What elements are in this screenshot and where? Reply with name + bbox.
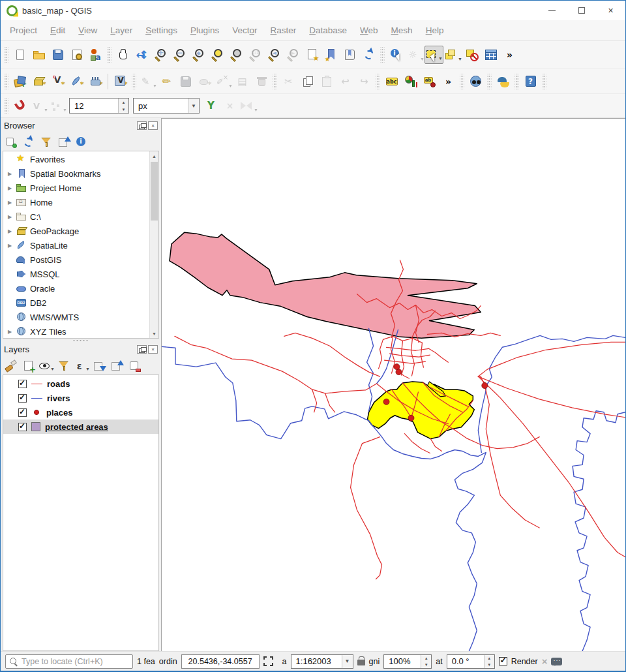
scroll-thumb[interactable] [151, 162, 158, 221]
toolbar-overflow[interactable]: » [500, 46, 519, 64]
redo[interactable]: ↪ [355, 72, 374, 91]
add-group[interactable] [20, 358, 37, 374]
dropdown-arrow-icon[interactable]: ▼ [254, 108, 258, 115]
browser-item-geopackage[interactable]: ▶ GeoPackage [3, 224, 149, 238]
expand-arrow-icon[interactable]: ▶ [7, 200, 13, 206]
scroll-up-icon[interactable]: ▲ [150, 151, 158, 160]
layers-float-button[interactable] [137, 345, 147, 354]
browser-item-wms-wmts[interactable]: ▶ WMS/WMTS [3, 310, 149, 324]
coordinate-input[interactable]: 20.5436,-34.0557 [181, 654, 260, 669]
scale-combo[interactable]: 1:162003 ▼ [291, 654, 353, 669]
locator-search-input[interactable]: Type to locate (Ctrl+K) [5, 654, 133, 669]
new-virtual-layer[interactable]: * [111, 72, 130, 91]
dropdown-arrow-icon[interactable]: ▼ [44, 108, 48, 115]
enable-tracing[interactable]: Y [201, 97, 220, 115]
snapping-mode[interactable]: V▼ [29, 97, 48, 115]
new-project[interactable] [10, 46, 29, 64]
open-project[interactable] [29, 46, 48, 64]
show-spatial-bookmarks[interactable] [321, 46, 340, 64]
save-project[interactable] [48, 46, 67, 64]
delete-selected[interactable] [252, 72, 271, 91]
render-checkbox[interactable] [499, 657, 507, 665]
snapping-units-combo[interactable]: px ▼ [133, 98, 200, 114]
filter-by-expression[interactable]: ε▼ [73, 358, 90, 374]
layer-checkbox[interactable] [18, 408, 27, 417]
menu-database[interactable]: Database [303, 25, 353, 35]
scroll-down-icon[interactable]: ▼ [150, 329, 158, 338]
browser-properties[interactable] [73, 134, 90, 150]
style-manager[interactable]: a [86, 46, 105, 64]
snap-on-intersection[interactable]: × [220, 97, 239, 115]
menu-help[interactable]: Help [419, 25, 451, 35]
dropdown-arrow-icon[interactable]: ▼ [85, 367, 90, 374]
layer-checkbox[interactable] [18, 380, 27, 388]
deselect-features[interactable] [462, 46, 481, 64]
layer-places[interactable]: places [3, 405, 158, 420]
snapping-tolerance-spinner[interactable]: 12 ▲▼ [69, 98, 129, 114]
layer-rivers[interactable]: rivers [3, 391, 158, 405]
new-temporary-scratch-layer[interactable]: * [86, 72, 105, 91]
metasearch[interactable] [466, 72, 485, 91]
self-snapping[interactable]: ▼ [239, 97, 258, 115]
menu-view[interactable]: View [72, 25, 104, 35]
expand-all[interactable] [91, 358, 108, 374]
dropdown-arrow-icon[interactable]: ▼ [438, 56, 443, 63]
cut-features[interactable]: ✂ [279, 72, 298, 91]
layer-roads[interactable]: roads [3, 376, 158, 391]
filter-legend[interactable] [55, 358, 72, 374]
new-spatialite-layer[interactable]: * [67, 72, 86, 91]
new-geopackage-layer[interactable]: * [29, 72, 48, 91]
labeling-options[interactable] [420, 72, 439, 91]
close-button[interactable]: × [596, 1, 625, 20]
python-console[interactable] [494, 72, 513, 91]
spinner-arrows[interactable]: ▲▼ [118, 99, 128, 113]
layer-protected-areas[interactable]: protected areas [3, 420, 158, 434]
menu-raster[interactable]: Raster [264, 25, 303, 35]
expand-arrow-icon[interactable]: ▶ [7, 243, 13, 249]
dropdown-arrow-icon[interactable]: ▼ [63, 108, 67, 115]
layer-diagram[interactable] [401, 72, 420, 91]
current-edits[interactable]: ✎▼ [138, 72, 157, 91]
magnifier-spinner[interactable]: 100% ▲▼ [383, 654, 432, 669]
browser-refresh[interactable] [20, 134, 37, 150]
remove-layer[interactable] [126, 358, 143, 374]
zoom-next[interactable]: ► [284, 46, 303, 64]
new-print-layout[interactable] [67, 46, 86, 64]
menu-layer[interactable]: Layer [104, 25, 139, 35]
browser-collapse-all[interactable] [55, 134, 72, 150]
advanced-digitizing[interactable]: ▼ [214, 72, 233, 91]
pan-to-selection[interactable] [132, 46, 151, 64]
browser-item-postgis[interactable]: ▶ PostGIS [3, 252, 149, 267]
enable-snapping[interactable] [10, 97, 29, 115]
layer-labeling[interactable] [382, 72, 401, 91]
zoom-full[interactable]: ◆ [189, 46, 208, 64]
maximize-button[interactable] [567, 1, 596, 20]
new-shapefile-layer[interactable]: * [48, 72, 67, 91]
browser-item-home[interactable]: ▶ Home [3, 195, 149, 209]
toolbar-overflow-2[interactable]: » [439, 72, 458, 91]
expand-arrow-icon[interactable]: ▶ [7, 171, 13, 177]
dropdown-arrow-icon[interactable]: ▼ [420, 57, 425, 64]
dropdown-arrow-icon[interactable]: ▼ [50, 367, 55, 374]
rotation-spinner[interactable]: 0.0 ° ▲▼ [447, 654, 495, 669]
browser-item-c-drive[interactable]: ▶ C:\ [3, 209, 149, 224]
map-canvas[interactable] [161, 118, 625, 651]
layers-close-button[interactable]: × [148, 345, 158, 354]
layer-checkbox[interactable] [18, 423, 27, 431]
expand-arrow-icon[interactable]: ▶ [7, 185, 13, 191]
run-feature-action[interactable]: ☼▼ [406, 46, 425, 64]
collapse-all[interactable] [108, 358, 125, 374]
browser-item-mssql[interactable]: ▶ MSSQL [3, 267, 149, 281]
save-layer-edits[interactable] [176, 72, 195, 91]
bookmark-manager[interactable] [340, 46, 359, 64]
extents-icon[interactable] [263, 656, 273, 666]
browser-item-project-home[interactable]: ▶ Project Home [3, 181, 149, 195]
digitize-feature[interactable]: * [195, 72, 214, 91]
zoom-out[interactable]: − [170, 46, 189, 64]
messages-icon[interactable] [551, 658, 562, 665]
open-layer-styling[interactable] [3, 358, 20, 374]
manage-visibility[interactable]: ▼ [38, 358, 55, 374]
dropdown-arrow-icon[interactable]: ▼ [153, 84, 157, 91]
menu-vector[interactable]: Vector [226, 25, 263, 35]
menu-project[interactable]: Project [3, 25, 44, 35]
